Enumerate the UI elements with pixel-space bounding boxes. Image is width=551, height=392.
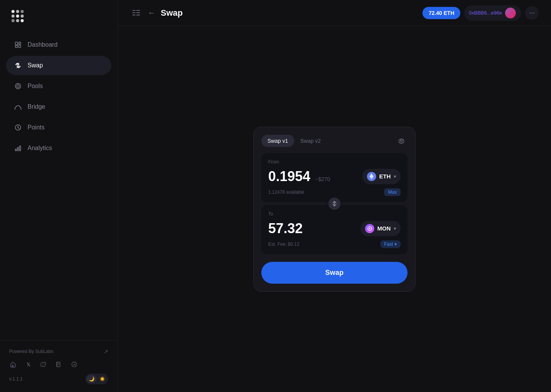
page-title: Swap xyxy=(161,8,183,18)
from-token-selector[interactable]: ETH ▾ xyxy=(362,169,401,184)
twitter-icon[interactable]: 𝕏 xyxy=(24,361,32,368)
main-content: ← Swap 72.40 ETH 0xBBB6...e96e ··· Swap … xyxy=(118,0,551,392)
settings-icon[interactable] xyxy=(395,135,408,147)
logo-container xyxy=(0,0,117,32)
external-link-icon[interactable]: ↗ xyxy=(104,348,108,354)
sidebar-item-dashboard[interactable]: Dashboard xyxy=(6,35,111,54)
from-section: From 0.1954 ~$270 ETH xyxy=(261,153,408,202)
to-token-selector[interactable]: MON ▾ xyxy=(360,221,401,236)
sidebar-item-pools[interactable]: Pools xyxy=(6,77,111,96)
svg-point-3 xyxy=(11,15,15,18)
svg-rect-27 xyxy=(136,15,140,16)
powered-by: Powered By SubLabs ↗ xyxy=(9,348,108,354)
header-right: 72.40 ETH 0xBBB6...e96e ··· xyxy=(422,5,539,21)
from-label: From xyxy=(268,159,401,165)
discord-icon[interactable] xyxy=(40,361,47,368)
swap-card: Swap v1 Swap v2 From 0.1954 ~$270 xyxy=(253,127,416,292)
to-token-chevron: ▾ xyxy=(394,226,396,231)
to-amount[interactable]: 57.32 xyxy=(268,220,303,237)
content-area: Swap v1 Swap v2 From 0.1954 ~$270 xyxy=(118,26,551,392)
svg-rect-23 xyxy=(136,10,140,11)
tab-swap-v2[interactable]: Swap v2 xyxy=(294,135,327,147)
dashboard-icon xyxy=(14,41,22,49)
tab-swap-v1[interactable]: Swap v1 xyxy=(261,135,294,147)
svg-rect-24 xyxy=(132,12,135,13)
svg-point-0 xyxy=(11,10,15,13)
to-section: To 57.32 MON ▾ Es xyxy=(261,205,408,254)
svg-point-10 xyxy=(17,85,20,88)
svg-point-6 xyxy=(11,19,15,22)
swap-tabs: Swap v1 Swap v2 xyxy=(261,135,408,147)
light-mode-btn[interactable]: ☀️ xyxy=(97,375,107,383)
svg-rect-20 xyxy=(12,365,13,367)
to-amount-row: 57.32 MON ▾ xyxy=(268,220,401,237)
svg-point-9 xyxy=(15,83,21,89)
points-icon xyxy=(14,123,22,132)
analytics-icon xyxy=(14,144,22,152)
svg-point-21 xyxy=(72,362,77,367)
to-token-name: MON xyxy=(377,225,391,232)
version-text: v.1.1.1 xyxy=(9,376,23,382)
theme-toggle[interactable]: 🌙 ☀️ xyxy=(85,374,108,384)
pools-icon xyxy=(14,82,22,90)
svg-point-16 xyxy=(18,127,18,128)
from-usd: ~$270 xyxy=(315,176,330,182)
fee-text: Est. Fee: $0.12 xyxy=(268,242,299,247)
wallet-badge[interactable]: 0xBBB6...e96e xyxy=(464,5,521,21)
svg-rect-22 xyxy=(132,10,135,11)
swap-direction-btn[interactable] xyxy=(328,197,341,211)
svg-rect-17 xyxy=(15,149,16,151)
sidebar-item-label: Analytics xyxy=(28,145,52,152)
dark-mode-btn[interactable]: 🌙 xyxy=(86,375,96,383)
swap-button[interactable]: Swap xyxy=(261,262,408,284)
sidebar-item-label: Swap xyxy=(28,62,43,69)
svg-rect-18 xyxy=(18,147,19,151)
sidebar-item-label: Dashboard xyxy=(28,41,57,48)
svg-point-5 xyxy=(21,15,24,18)
header-left: ← Swap xyxy=(130,8,183,18)
balance-badge[interactable]: 72.40 ETH xyxy=(422,7,460,19)
back-button[interactable]: ← xyxy=(148,8,155,17)
more-options-btn[interactable]: ··· xyxy=(525,6,539,20)
speed-chevron: ▾ xyxy=(395,242,397,247)
svg-rect-26 xyxy=(132,15,135,16)
wallet-address: 0xBBB6...e96e xyxy=(469,10,502,16)
sidebar-toggle-btn[interactable] xyxy=(130,8,142,18)
app-logo xyxy=(9,8,26,24)
sidebar-item-swap[interactable]: Swap xyxy=(6,56,111,75)
github-icon[interactable] xyxy=(70,361,78,368)
sidebar-item-points[interactable]: Points xyxy=(6,118,111,137)
header: ← Swap 72.40 ETH 0xBBB6...e96e ··· xyxy=(118,0,551,26)
to-label: To xyxy=(268,211,401,217)
from-amount[interactable]: 0.1954 xyxy=(268,168,310,184)
bridge-icon xyxy=(14,103,22,111)
sidebar-item-label: Bridge xyxy=(28,103,45,110)
eth-token-icon xyxy=(367,172,376,181)
sidebar: Dashboard Swap Pools xyxy=(0,0,118,392)
sidebar-item-bridge[interactable]: Bridge xyxy=(6,97,111,116)
home-social-icon[interactable] xyxy=(9,361,17,368)
social-icons-row: 𝕏 xyxy=(9,361,108,368)
wallet-avatar xyxy=(505,8,516,18)
svg-point-8 xyxy=(21,19,24,22)
svg-point-29 xyxy=(369,228,370,229)
available-amount: 1.12478 available xyxy=(268,189,304,195)
sidebar-nav: Dashboard Swap Pools xyxy=(0,32,117,340)
sidebar-item-analytics[interactable]: Analytics xyxy=(6,139,111,158)
sidebar-footer: Powered By SubLabs ↗ 𝕏 xyxy=(0,340,117,392)
svg-rect-25 xyxy=(136,12,140,13)
speed-label: Fast xyxy=(384,242,393,247)
swap-icon xyxy=(14,61,22,70)
speed-selector[interactable]: Fast ▾ xyxy=(380,240,401,248)
sidebar-item-label: Pools xyxy=(28,83,43,90)
svg-rect-19 xyxy=(20,146,21,151)
max-button[interactable]: Max xyxy=(384,188,401,196)
svg-point-7 xyxy=(16,19,19,22)
from-token-chevron: ▾ xyxy=(394,174,396,179)
sidebar-item-label: Points xyxy=(28,124,44,131)
svg-point-2 xyxy=(21,10,24,13)
available-row: 1.12478 available Max xyxy=(268,188,401,196)
book-icon[interactable] xyxy=(55,361,63,368)
svg-point-4 xyxy=(16,15,19,18)
powered-by-text: Powered By SubLabs xyxy=(9,349,53,354)
